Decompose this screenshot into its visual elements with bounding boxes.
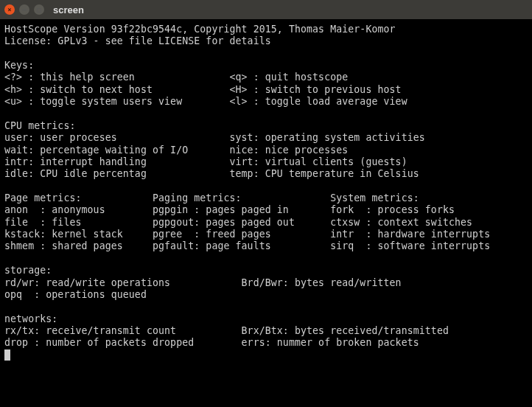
terminal-line: <?> : this help screen <q> : quit hostsc… bbox=[4, 72, 528, 83]
terminal-line: kstack: kernel stack pgree : freed pages… bbox=[4, 229, 528, 240]
terminal-line: Page metrics: Paging metrics: System met… bbox=[4, 192, 528, 204]
terminal-line: License: GPLv3 - see file LICENSE for de… bbox=[4, 35, 528, 47]
terminal-line: Keys: bbox=[4, 60, 528, 72]
terminal-line bbox=[4, 108, 528, 120]
terminal-line: storage: bbox=[4, 265, 528, 276]
terminal-line bbox=[4, 48, 528, 60]
terminal-line: <h> : switch to next host <H> : switch t… bbox=[4, 84, 528, 96]
terminal-cursor bbox=[4, 349, 10, 361]
terminal-line bbox=[4, 181, 528, 192]
terminal-line: rd/wr: read/write operations Brd/Bwr: by… bbox=[4, 277, 528, 289]
terminal-line: CPU metrics: bbox=[4, 120, 528, 132]
window-title: screen bbox=[53, 4, 84, 15]
maximize-button[interactable]: □ bbox=[34, 4, 44, 15]
close-button[interactable]: × bbox=[4, 4, 15, 15]
terminal-line: HostScope Version 93f22bc9544c, Copyrigh… bbox=[4, 24, 528, 35]
terminal-line: opq : operations queued bbox=[4, 289, 528, 301]
terminal-line: user: user proceses syst: operating syst… bbox=[4, 132, 528, 144]
terminal-line: anon : anonymous pgpgin : pages paged in… bbox=[4, 204, 528, 216]
terminal-output[interactable]: HostScope Version 93f22bc9544c, Copyrigh… bbox=[0, 19, 532, 407]
terminal-line: networks: bbox=[4, 313, 528, 325]
minimize-button[interactable]: – bbox=[19, 4, 29, 15]
terminal-line: <u> : toggle system users view <l> : tog… bbox=[4, 96, 528, 108]
terminal-line bbox=[4, 253, 528, 265]
terminal-line: file : files pgpgout: pages paged out ct… bbox=[4, 217, 528, 229]
terminal-line: intr: interrupt handling virt: virtual c… bbox=[4, 156, 528, 168]
terminal-line: rx/tx: receive/transmit count Brx/Btx: b… bbox=[4, 325, 528, 337]
terminal-line: idle: CPU idle percentag temp: CPU tempe… bbox=[4, 168, 528, 180]
window-titlebar: × – □ screen bbox=[0, 0, 532, 19]
terminal-line: wait: percentage waiting of I/O nice: ni… bbox=[4, 145, 528, 156]
terminal-line bbox=[4, 349, 528, 361]
terminal-line bbox=[4, 301, 528, 313]
terminal-line: shmem : shared pages pgfault: page fault… bbox=[4, 240, 528, 252]
terminal-line: drop : number of packets dropped errs: n… bbox=[4, 337, 528, 349]
